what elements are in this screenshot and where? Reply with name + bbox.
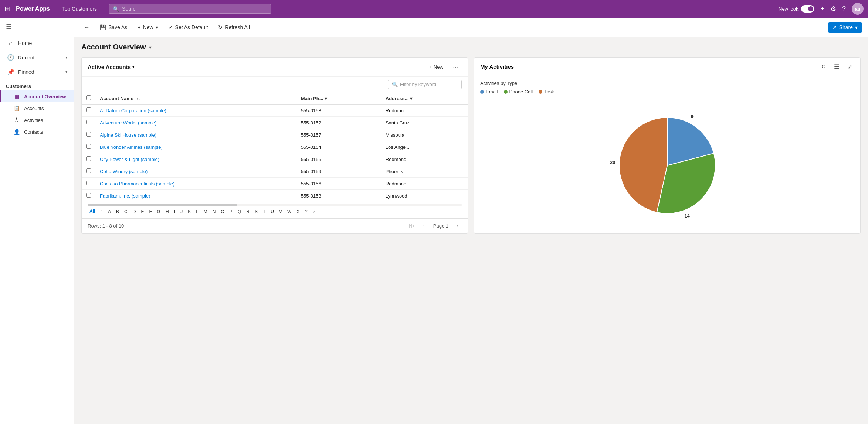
- account-overview-icon: ▦: [13, 93, 20, 99]
- alpha-item-i[interactable]: I: [172, 208, 177, 215]
- grid-icon[interactable]: ⊞: [4, 5, 10, 13]
- alpha-item-p[interactable]: P: [228, 208, 234, 215]
- set-default-button[interactable]: ✓ Set As Default: [164, 22, 213, 33]
- alpha-item-r[interactable]: R: [244, 208, 251, 215]
- activities-expand-button[interactable]: ⤢: [845, 62, 854, 71]
- pie-chart-container: 92014: [480, 99, 854, 232]
- row-checkbox-7[interactable]: [86, 193, 91, 198]
- first-page-button[interactable]: ⏮: [407, 222, 417, 230]
- account-name-cell[interactable]: Blue Yonder Airlines (sample): [95, 141, 296, 153]
- account-name-cell[interactable]: City Power & Light (sample): [95, 153, 296, 165]
- alpha-item-#[interactable]: #: [98, 208, 105, 215]
- sidebar-item-account-overview[interactable]: ▦ Account Overview: [0, 90, 74, 102]
- alpha-item-e[interactable]: E: [139, 208, 146, 215]
- phone-cell: 555-0153: [296, 190, 381, 202]
- refresh-button[interactable]: ↻ Refresh All: [214, 22, 254, 33]
- account-name-cell[interactable]: Coho Winery (sample): [95, 165, 296, 178]
- account-name-cell[interactable]: Fabrikam, Inc. (sample): [95, 190, 296, 202]
- sidebar-item-recent[interactable]: 🕐 Recent ▾: [0, 50, 74, 65]
- legend-dot: [504, 90, 508, 94]
- activities-header: My Activities ↻ ☰ ⤢: [474, 58, 860, 76]
- new-look-switch[interactable]: [801, 5, 814, 13]
- new-button[interactable]: + New ▾: [133, 22, 162, 33]
- alpha-item-d[interactable]: D: [131, 208, 138, 215]
- add-button[interactable]: +: [820, 5, 824, 13]
- search-input[interactable]: [122, 6, 267, 12]
- row-checkbox-5[interactable]: [86, 168, 91, 173]
- alpha-item-all[interactable]: All: [88, 208, 97, 215]
- back-button[interactable]: ←: [80, 22, 94, 33]
- page-title-chevron[interactable]: ▾: [149, 44, 152, 50]
- alpha-item-f[interactable]: F: [147, 208, 153, 215]
- accounts-title-chevron[interactable]: ▾: [132, 65, 135, 69]
- alpha-item-k[interactable]: K: [186, 208, 193, 215]
- alpha-item-z[interactable]: Z: [311, 208, 317, 215]
- page-label: Page 1: [433, 223, 448, 229]
- activities-list-button[interactable]: ☰: [832, 62, 841, 71]
- alpha-item-m[interactable]: M: [202, 208, 209, 215]
- sidebar-item-contacts[interactable]: 👤 Contacts: [0, 126, 74, 138]
- account-name-cell[interactable]: Alpine Ski House (sample): [95, 129, 296, 141]
- set-default-icon: ✓: [169, 24, 173, 30]
- filter-input-container: 🔍: [388, 80, 462, 89]
- activities-refresh-button[interactable]: ↻: [819, 62, 828, 71]
- account-name-cell[interactable]: Contoso Pharmaceuticals (sample): [95, 178, 296, 190]
- accounts-new-button[interactable]: + New: [425, 63, 447, 71]
- legend-label: Email: [486, 89, 498, 95]
- filter-input[interactable]: [400, 82, 458, 87]
- sidebar-item-pinned[interactable]: 📌 Pinned ▾: [0, 65, 74, 79]
- accounts-card: Active Accounts ▾ + New ⋯ 🔍: [81, 57, 468, 234]
- alpha-item-a[interactable]: A: [106, 208, 113, 215]
- row-checkbox-6[interactable]: [86, 181, 91, 185]
- alpha-item-h[interactable]: H: [164, 208, 171, 215]
- row-checkbox-2[interactable]: [86, 132, 91, 137]
- settings-button[interactable]: ⚙: [830, 5, 836, 13]
- row-checkbox-cell: [82, 117, 95, 129]
- row-checkbox-4[interactable]: [86, 156, 91, 161]
- alpha-item-w[interactable]: W: [285, 208, 293, 215]
- phone-cell: 555-0156: [296, 178, 381, 190]
- pinned-icon: 📌: [7, 68, 14, 75]
- row-checkbox-0[interactable]: [86, 107, 91, 112]
- hamburger-button[interactable]: ☰: [0, 18, 74, 36]
- avatar[interactable]: au: [852, 3, 864, 15]
- help-button[interactable]: ?: [842, 5, 846, 13]
- accounts-more-button[interactable]: ⋯: [450, 62, 462, 72]
- alpha-item-v[interactable]: V: [277, 208, 284, 215]
- table-header-row: Account Name ↑↓ Main Ph... ▾ Address... …: [82, 92, 468, 105]
- pinned-chevron: ▾: [65, 69, 68, 74]
- alpha-item-y[interactable]: Y: [303, 208, 309, 215]
- alpha-item-b[interactable]: B: [114, 208, 121, 215]
- table-row: Alpine Ski House (sample) 555-0157 Misso…: [82, 129, 468, 141]
- alpha-item-s[interactable]: S: [253, 208, 260, 215]
- alpha-item-n[interactable]: N: [211, 208, 218, 215]
- search-icon: 🔍: [113, 6, 119, 12]
- alpha-item-x[interactable]: X: [295, 208, 301, 215]
- prev-page-button[interactable]: ←: [420, 222, 430, 230]
- save-as-button[interactable]: 💾 Save As: [95, 22, 132, 33]
- alpha-item-j[interactable]: J: [179, 208, 184, 215]
- select-all-checkbox[interactable]: [86, 95, 91, 100]
- share-button[interactable]: ↗ Share ▾: [828, 22, 862, 33]
- sidebar-item-home[interactable]: ⌂ Home: [0, 36, 74, 50]
- sidebar-item-accounts[interactable]: 📋 Accounts: [0, 102, 74, 114]
- alpha-item-t[interactable]: T: [261, 208, 267, 215]
- accounts-icon: 📋: [13, 105, 20, 111]
- alpha-item-q[interactable]: Q: [236, 208, 243, 215]
- legend-dot: [539, 90, 542, 94]
- account-name-cell[interactable]: A. Datum Corporation (sample): [95, 105, 296, 117]
- alpha-item-u[interactable]: U: [269, 208, 276, 215]
- alpha-item-l[interactable]: L: [194, 208, 200, 215]
- next-page-button[interactable]: →: [451, 222, 462, 230]
- row-checkbox-cell: [82, 178, 95, 190]
- recent-icon: 🕐: [7, 54, 14, 61]
- search-bar[interactable]: 🔍: [109, 4, 271, 14]
- row-checkbox-1[interactable]: [86, 120, 91, 124]
- account-name-cell[interactable]: Adventure Works (sample): [95, 117, 296, 129]
- alpha-item-o[interactable]: O: [219, 208, 226, 215]
- alpha-item-c[interactable]: C: [122, 208, 129, 215]
- row-checkbox-3[interactable]: [86, 144, 91, 149]
- alpha-item-g[interactable]: G: [155, 208, 162, 215]
- table-scrollbar[interactable]: [88, 204, 462, 206]
- sidebar-item-activities[interactable]: ⏱ Activities: [0, 114, 74, 126]
